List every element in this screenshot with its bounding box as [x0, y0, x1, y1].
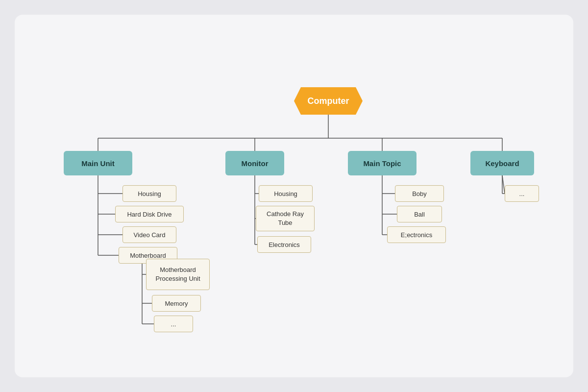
category-main-unit[interactable]: Main Unit	[64, 151, 132, 175]
category-main-topic-label: Main Topic	[363, 159, 401, 168]
category-keyboard-label: Keyboard	[485, 159, 519, 168]
leaf-memory: Memory	[152, 295, 201, 312]
category-monitor[interactable]: Monitor	[225, 151, 284, 175]
root-node: Computer	[294, 87, 363, 115]
leaf-ball: Ball	[397, 206, 442, 222]
leaf-hard-disk: Hard Disk Drive	[115, 206, 184, 222]
leaf-electronics-topic: E;ectronics	[387, 226, 446, 243]
leaf-crt: Cathode Ray Tube	[256, 206, 315, 231]
leaf-mpu: Motherboard Processing Unit	[146, 259, 210, 290]
category-main-topic[interactable]: Main Topic	[348, 151, 416, 175]
leaf-more-keyboard: ...	[505, 185, 539, 202]
leaf-boby: Boby	[395, 185, 444, 202]
leaf-electronics-monitor: Electronics	[257, 236, 311, 253]
leaf-housing-monitor: Housing	[259, 185, 313, 202]
leaf-video-card: Video Card	[122, 226, 176, 243]
root-label: Computer	[308, 96, 349, 106]
leaf-more-motherboard: ...	[154, 316, 193, 332]
diagram-container: Computer Main Unit Monitor Main Topic Ke…	[15, 15, 573, 377]
category-main-unit-label: Main Unit	[81, 159, 115, 168]
leaf-housing-main: Housing	[122, 185, 176, 202]
category-keyboard[interactable]: Keyboard	[470, 151, 534, 175]
category-monitor-label: Monitor	[242, 159, 269, 168]
